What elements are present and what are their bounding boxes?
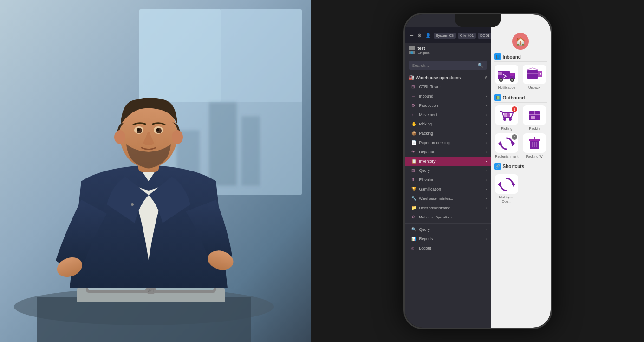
- nav-item-logout[interactable]: ⎋ Logout: [405, 243, 491, 253]
- filter-icon[interactable]: ⚙: [416, 32, 423, 39]
- phone-frame: ☰ ⚙ 👤 System Cli Client01 DC01 ⚙ 🌐: [403, 13, 552, 329]
- svg-rect-40: [507, 113, 510, 117]
- nav-item-reports[interactable]: 📊 Reports ›: [405, 234, 491, 243]
- inbound-section: 📘 Inbound: [494, 53, 547, 90]
- search-box[interactable]: Search... 🔍: [409, 61, 487, 70]
- warehouse-ops-label: Warehouse operations: [416, 75, 461, 80]
- shortcuts-section-title: 🔗 Shortcuts: [494, 163, 547, 171]
- nav-item-movement[interactable]: ↔ Movement ›: [405, 110, 491, 119]
- home-icon[interactable]: 🏠: [512, 33, 529, 50]
- nav-items-list: ⊞ CTRL Tower → Inbound › ⚙ Production ›: [405, 82, 491, 328]
- ctrl-tower-label: CTRL Tower: [419, 85, 441, 89]
- gamification-icon: 🏆: [411, 187, 417, 191]
- svg-marker-47: [513, 182, 515, 187]
- panel-item-picking-out[interactable]: 1 Pi: [494, 105, 520, 131]
- reports-label: Reports: [419, 237, 433, 241]
- flag-icon-1: [409, 46, 415, 50]
- packing-w-icon-box: [523, 133, 546, 153]
- panel-item-packing-w[interactable]: Packing W: [522, 133, 547, 158]
- multicycle-shortcut-label: Multicycle Ope...: [494, 195, 520, 204]
- client-btn[interactable]: Client01: [458, 33, 476, 39]
- panel-item-unpack[interactable]: Unpack: [522, 65, 547, 90]
- multicycle-icon: ⚙: [411, 215, 417, 219]
- phone-notch: [455, 14, 501, 27]
- panel-item-notification[interactable]: Notification: [494, 65, 520, 90]
- search-placeholder: Search...: [412, 63, 476, 68]
- packing-label: Packing: [419, 131, 433, 136]
- nav-item-multicycle[interactable]: ⚙ Multicycle Operations: [405, 212, 491, 222]
- panel-item-packing-out[interactable]: Packin: [522, 105, 547, 131]
- nav-item-departure[interactable]: ✈ Departure ›: [405, 147, 491, 157]
- outbound-section-icon: 📗: [494, 94, 501, 101]
- movement-label: Movement: [419, 112, 438, 117]
- nav-item-picking[interactable]: ✋ Picking ›: [405, 119, 491, 129]
- top-bar: ☰ ⚙ 👤 System Cli Client01 DC01 ⚙: [405, 27, 491, 43]
- multicycle-label: Multicycle Operations: [419, 215, 453, 219]
- query-bottom-chevron: ›: [486, 228, 487, 232]
- notification-icon-box: [495, 65, 518, 84]
- warehouse-maint-icon: 🔧: [411, 196, 417, 201]
- inbound-grid: Notification: [494, 65, 547, 90]
- picking-icon: ✋: [411, 122, 417, 126]
- paper-processing-label: Paper processing: [419, 140, 450, 145]
- inbound-label: Inbound: [419, 94, 434, 99]
- dc-btn[interactable]: DC01: [478, 33, 490, 39]
- nav-item-inbound[interactable]: → Inbound ›: [405, 92, 491, 101]
- nav-item-gamification[interactable]: 🏆 Gamification ›: [405, 184, 491, 194]
- unpack-icon-box: [523, 65, 546, 84]
- nav-item-elevator[interactable]: ⬆ Elevator ›: [405, 175, 491, 184]
- svg-point-17: [172, 130, 183, 144]
- panel-item-replenishment[interactable]: 0 Replenishment: [494, 133, 520, 158]
- svg-point-33: [511, 79, 513, 81]
- user-icon[interactable]: 👤: [424, 32, 432, 39]
- user-language: English: [418, 51, 430, 55]
- packing-out-label: Packin: [529, 126, 540, 131]
- nav-item-paper-processing[interactable]: 📄 Paper processing ›: [405, 138, 491, 147]
- reports-chevron: ›: [486, 237, 487, 241]
- svg-point-22: [137, 128, 140, 131]
- notification-label: Notification: [498, 86, 515, 90]
- warehouse-icon: 🏭: [409, 75, 414, 80]
- svg-rect-2: [139, 9, 221, 102]
- order-admin-chevron: ›: [486, 206, 487, 210]
- shortcuts-title: Shortcuts: [503, 164, 525, 169]
- query-bottom-icon: 🔍: [411, 227, 417, 232]
- nav-item-ctrl-tower[interactable]: ⊞ CTRL Tower: [405, 82, 491, 92]
- nav-item-packing[interactable]: 📦 Packing ›: [405, 129, 491, 138]
- warehouse-ops-section[interactable]: 🏭 Warehouse operations ∨: [405, 72, 491, 82]
- nav-item-inventory[interactable]: 📋 Inventory ›: [405, 157, 491, 166]
- svg-point-31: [500, 79, 502, 81]
- nav-item-production[interactable]: ⚙ Production ›: [405, 101, 491, 110]
- right-panel-container: ☰ ⚙ 👤 System Cli Client01 DC01 ⚙ 🌐: [311, 0, 644, 342]
- svg-text:dell: dell: [148, 289, 154, 293]
- nav-sidebar: ☰ ⚙ 👤 System Cli Client01 DC01 ⚙ 🌐: [405, 14, 491, 328]
- query-bottom-label: Query: [419, 227, 430, 232]
- inbound-icon: →: [411, 94, 417, 99]
- svg-marker-44: [498, 141, 501, 146]
- system-client-btn[interactable]: System Cli: [434, 33, 456, 39]
- hamburger-icon[interactable]: ☰: [409, 32, 415, 39]
- ctrl-tower-icon: ⊞: [411, 85, 417, 89]
- svg-rect-42: [531, 116, 535, 119]
- svg-rect-34: [498, 72, 502, 75]
- inbound-section-title: 📘 Inbound: [494, 53, 547, 62]
- nav-item-order-admin[interactable]: 📁 Order administration ›: [405, 203, 491, 212]
- nav-item-query[interactable]: ⊞ Query ›: [405, 166, 491, 175]
- nav-item-warehouse-maint[interactable]: 🔧 Warehouse mainten... ›: [405, 194, 491, 203]
- svg-point-38: [509, 118, 512, 121]
- picking-out-label: Picking: [501, 126, 512, 131]
- unpack-label: Unpack: [528, 86, 540, 90]
- warehouse-maint-label: Warehouse mainten...: [419, 197, 453, 201]
- replenishment-label: Replenishment: [495, 154, 518, 158]
- section-chevron: ∨: [484, 75, 487, 79]
- svg-marker-43: [512, 141, 515, 146]
- elevator-chevron: ›: [486, 178, 487, 182]
- packing-icon: 📦: [411, 131, 417, 136]
- svg-rect-8: [37, 297, 251, 342]
- svg-rect-3: [221, 9, 302, 102]
- paper-processing-chevron: ›: [486, 141, 487, 145]
- svg-point-24: [131, 203, 134, 206]
- movement-icon: ↔: [411, 112, 417, 117]
- nav-item-query-bottom[interactable]: 🔍 Query ›: [405, 225, 491, 234]
- panel-item-multicycle-shortcut[interactable]: Multicycle Ope...: [494, 174, 520, 204]
